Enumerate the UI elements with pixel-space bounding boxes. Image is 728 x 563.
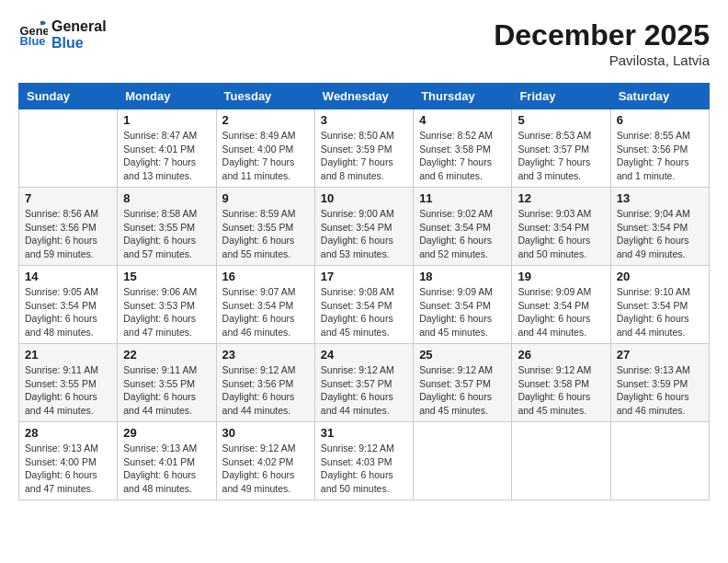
day-number: 12: [518, 191, 604, 205]
cell-info: Sunrise: 8:59 AMSunset: 3:55 PMDaylight:…: [222, 207, 309, 261]
cell-info: Sunrise: 9:06 AMSunset: 3:53 PMDaylight:…: [123, 285, 210, 339]
month-title: December 2025: [494, 18, 710, 52]
day-number: 24: [321, 348, 407, 362]
calendar-cell: 15Sunrise: 9:06 AMSunset: 3:53 PMDayligh…: [118, 266, 216, 344]
calendar-cell: 28Sunrise: 9:13 AMSunset: 4:00 PMDayligh…: [19, 422, 118, 500]
week-row-3: 14Sunrise: 9:05 AMSunset: 3:54 PMDayligh…: [19, 266, 710, 344]
calendar-cell: 26Sunrise: 9:12 AMSunset: 3:58 PMDayligh…: [512, 344, 610, 422]
calendar-cell: 11Sunrise: 9:02 AMSunset: 3:54 PMDayligh…: [414, 188, 512, 266]
calendar-cell: [512, 422, 610, 500]
calendar-cell: 13Sunrise: 9:04 AMSunset: 3:54 PMDayligh…: [610, 188, 709, 266]
calendar-cell: 19Sunrise: 9:09 AMSunset: 3:54 PMDayligh…: [512, 266, 610, 344]
calendar-cell: 2Sunrise: 8:49 AMSunset: 4:00 PMDaylight…: [216, 109, 314, 188]
calendar-cell: 12Sunrise: 9:03 AMSunset: 3:54 PMDayligh…: [512, 188, 610, 266]
calendar-table: SundayMondayTuesdayWednesdayThursdayFrid…: [18, 83, 710, 500]
cell-info: Sunrise: 9:07 AMSunset: 3:54 PMDaylight:…: [222, 285, 309, 339]
cell-info: Sunrise: 9:00 AMSunset: 3:54 PMDaylight:…: [321, 207, 407, 261]
day-number: 28: [25, 426, 111, 440]
day-number: 18: [419, 270, 506, 283]
day-number: 30: [222, 426, 309, 440]
day-number: 22: [123, 348, 210, 362]
cell-info: Sunrise: 9:12 AMSunset: 3:58 PMDaylight:…: [518, 363, 604, 418]
day-number: 6: [617, 113, 703, 127]
cell-info: Sunrise: 9:11 AMSunset: 3:55 PMDaylight:…: [123, 363, 210, 418]
page-header: General Blue General Blue December 2025 …: [18, 18, 710, 68]
calendar-cell: 9Sunrise: 8:59 AMSunset: 3:55 PMDaylight…: [216, 188, 314, 266]
day-number: 1: [123, 113, 210, 127]
day-number: 8: [123, 191, 210, 205]
week-row-2: 7Sunrise: 8:56 AMSunset: 3:56 PMDaylight…: [19, 188, 710, 266]
week-row-4: 21Sunrise: 9:11 AMSunset: 3:55 PMDayligh…: [19, 344, 710, 422]
cell-info: Sunrise: 9:04 AMSunset: 3:54 PMDaylight:…: [617, 207, 703, 261]
calendar-cell: 16Sunrise: 9:07 AMSunset: 3:54 PMDayligh…: [216, 266, 314, 344]
calendar-cell: 6Sunrise: 8:55 AMSunset: 3:56 PMDaylight…: [610, 109, 709, 188]
day-number: 26: [518, 348, 604, 362]
calendar-cell: 21Sunrise: 9:11 AMSunset: 3:55 PMDayligh…: [19, 344, 118, 422]
cell-info: Sunrise: 9:12 AMSunset: 3:57 PMDaylight:…: [419, 363, 506, 418]
day-number: 29: [123, 426, 210, 440]
calendar-cell: 14Sunrise: 9:05 AMSunset: 3:54 PMDayligh…: [19, 266, 118, 344]
day-number: 23: [222, 348, 309, 362]
calendar-cell: 23Sunrise: 9:12 AMSunset: 3:56 PMDayligh…: [216, 344, 314, 422]
weekday-header-thursday: Thursday: [414, 84, 512, 109]
cell-info: Sunrise: 9:09 AMSunset: 3:54 PMDaylight:…: [419, 285, 506, 339]
weekday-header-tuesday: Tuesday: [216, 84, 314, 109]
cell-info: Sunrise: 8:58 AMSunset: 3:55 PMDaylight:…: [123, 207, 210, 261]
calendar-cell: 24Sunrise: 9:12 AMSunset: 3:57 PMDayligh…: [314, 344, 413, 422]
calendar-cell: 30Sunrise: 9:12 AMSunset: 4:02 PMDayligh…: [216, 422, 314, 500]
cell-info: Sunrise: 8:53 AMSunset: 3:57 PMDaylight:…: [518, 129, 604, 183]
day-number: 7: [25, 191, 111, 205]
cell-info: Sunrise: 9:05 AMSunset: 3:54 PMDaylight:…: [25, 285, 111, 339]
cell-info: Sunrise: 9:12 AMSunset: 4:02 PMDaylight:…: [222, 442, 309, 496]
cell-info: Sunrise: 9:08 AMSunset: 3:54 PMDaylight:…: [321, 285, 407, 339]
cell-info: Sunrise: 9:09 AMSunset: 3:54 PMDaylight:…: [518, 285, 604, 339]
cell-info: Sunrise: 9:12 AMSunset: 3:56 PMDaylight:…: [222, 363, 309, 418]
calendar-cell: 22Sunrise: 9:11 AMSunset: 3:55 PMDayligh…: [118, 344, 216, 422]
cell-info: Sunrise: 9:03 AMSunset: 3:54 PMDaylight:…: [518, 207, 604, 261]
calendar-cell: 8Sunrise: 8:58 AMSunset: 3:55 PMDaylight…: [118, 188, 216, 266]
cell-info: Sunrise: 8:47 AMSunset: 4:01 PMDaylight:…: [123, 129, 210, 183]
day-number: 2: [222, 113, 309, 127]
calendar-cell: 31Sunrise: 9:12 AMSunset: 4:03 PMDayligh…: [314, 422, 413, 500]
cell-info: Sunrise: 9:11 AMSunset: 3:55 PMDaylight:…: [25, 363, 111, 418]
day-number: 19: [518, 270, 604, 283]
cell-info: Sunrise: 9:13 AMSunset: 4:00 PMDaylight:…: [25, 442, 111, 496]
cell-info: Sunrise: 8:49 AMSunset: 4:00 PMDaylight:…: [222, 129, 309, 183]
day-number: 15: [123, 270, 210, 283]
calendar-cell: 4Sunrise: 8:52 AMSunset: 3:58 PMDaylight…: [414, 109, 512, 188]
weekday-header-saturday: Saturday: [610, 84, 709, 109]
cell-info: Sunrise: 9:12 AMSunset: 4:03 PMDaylight:…: [321, 442, 407, 496]
day-number: 20: [617, 270, 703, 283]
weekday-header-wednesday: Wednesday: [314, 84, 413, 109]
calendar-cell: 1Sunrise: 8:47 AMSunset: 4:01 PMDaylight…: [118, 109, 216, 188]
calendar-cell: 7Sunrise: 8:56 AMSunset: 3:56 PMDaylight…: [19, 188, 118, 266]
logo: General Blue General Blue: [18, 18, 107, 51]
calendar-cell: [414, 422, 512, 500]
day-number: 14: [25, 270, 111, 283]
weekday-header-monday: Monday: [118, 84, 216, 109]
logo-line1: General: [51, 18, 107, 35]
calendar-cell: 17Sunrise: 9:08 AMSunset: 3:54 PMDayligh…: [314, 266, 413, 344]
day-number: 4: [419, 113, 506, 127]
weekday-header-row: SundayMondayTuesdayWednesdayThursdayFrid…: [19, 84, 710, 109]
cell-info: Sunrise: 9:02 AMSunset: 3:54 PMDaylight:…: [419, 207, 506, 261]
calendar-cell: [19, 109, 118, 188]
cell-info: Sunrise: 9:10 AMSunset: 3:54 PMDaylight:…: [617, 285, 703, 339]
weekday-header-sunday: Sunday: [19, 84, 118, 109]
day-number: 17: [321, 270, 407, 283]
weekday-header-friday: Friday: [512, 84, 610, 109]
day-number: 9: [222, 191, 309, 205]
calendar-cell: 10Sunrise: 9:00 AMSunset: 3:54 PMDayligh…: [314, 188, 413, 266]
day-number: 5: [518, 113, 604, 127]
cell-info: Sunrise: 8:56 AMSunset: 3:56 PMDaylight:…: [25, 207, 111, 261]
week-row-1: 1Sunrise: 8:47 AMSunset: 4:01 PMDaylight…: [19, 109, 710, 188]
location-subtitle: Pavilosta, Latvia: [494, 52, 710, 68]
cell-info: Sunrise: 8:50 AMSunset: 3:59 PMDaylight:…: [321, 129, 407, 183]
day-number: 16: [222, 270, 309, 283]
day-number: 13: [617, 191, 703, 205]
day-number: 10: [321, 191, 407, 205]
cell-info: Sunrise: 8:52 AMSunset: 3:58 PMDaylight:…: [419, 129, 506, 183]
cell-info: Sunrise: 9:13 AMSunset: 3:59 PMDaylight:…: [617, 363, 703, 418]
day-number: 27: [617, 348, 703, 362]
calendar-cell: 18Sunrise: 9:09 AMSunset: 3:54 PMDayligh…: [414, 266, 512, 344]
